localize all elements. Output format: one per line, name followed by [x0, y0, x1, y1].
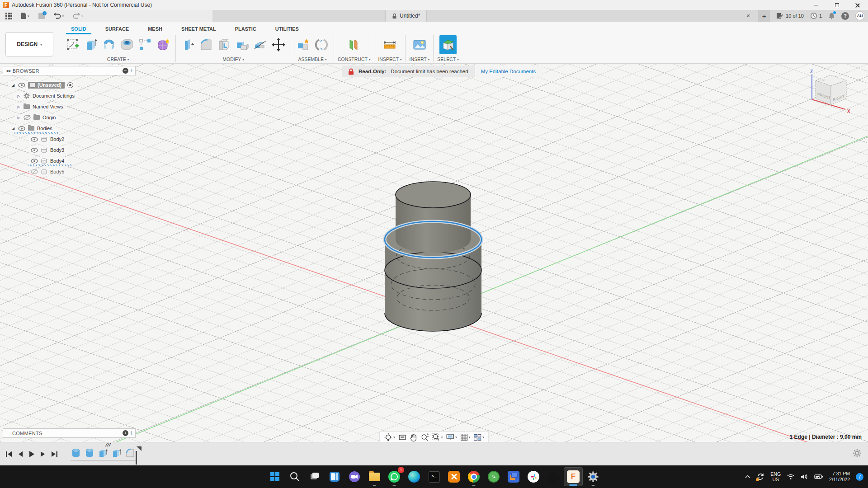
pan-button[interactable]: [410, 433, 417, 441]
settings-button[interactable]: [584, 467, 603, 486]
search-button[interactable]: [285, 467, 304, 486]
viewports-button[interactable]: ▾: [473, 434, 484, 441]
document-tab[interactable]: Untitled*: [385, 10, 427, 22]
battery-button[interactable]: [814, 474, 823, 479]
eye-off-icon[interactable]: [24, 115, 31, 120]
move-copy-button[interactable]: [270, 35, 287, 54]
combine-button[interactable]: [234, 35, 251, 54]
browser-header[interactable]: ◀◀ BROWSER − ‖: [3, 66, 136, 75]
look-at-button[interactable]: [398, 434, 406, 441]
view-cube[interactable]: Z X TOP FRONT RIGHT: [807, 68, 857, 118]
atom-button[interactable]: [484, 467, 503, 486]
tree-row-body5[interactable]: Body5: [3, 166, 136, 177]
editable-documents-linkbox[interactable]: My Editable Documents: [475, 66, 542, 77]
job-status-button[interactable]: 1: [810, 12, 822, 19]
press-pull-button[interactable]: [179, 35, 197, 54]
onedrive-sync-button[interactable]: [756, 473, 764, 481]
feature-extrude-2[interactable]: [111, 447, 122, 458]
fillet-button[interactable]: [198, 35, 215, 54]
assemble-dropdown[interactable]: ASSEMBLE▾: [298, 55, 326, 63]
modify-dropdown[interactable]: MODIFY▾: [222, 55, 244, 63]
tray-chevron-up[interactable]: [745, 475, 750, 479]
document-counter[interactable]: 10 of 10: [776, 13, 804, 19]
timeline-settings-button[interactable]: [853, 449, 862, 458]
measure-button[interactable]: [381, 35, 398, 54]
app-grid-button[interactable]: [5, 13, 12, 19]
create-dropdown[interactable]: CREATE▾: [107, 55, 129, 63]
chrome-button[interactable]: [464, 467, 483, 486]
play-button[interactable]: [28, 450, 35, 458]
activate-component-radio[interactable]: [67, 82, 73, 88]
feature-fillet[interactable]: [125, 447, 136, 458]
widgets-button[interactable]: [325, 467, 344, 486]
tab-sheet-metal[interactable]: SHEET METAL: [172, 26, 226, 34]
tree-row-body3[interactable]: Body3: [3, 145, 136, 155]
close-tab-button[interactable]: ×: [746, 12, 750, 19]
tab-utilities[interactable]: UTILITIES: [266, 26, 308, 34]
fit-button[interactable]: ▾: [432, 433, 443, 441]
select-dropdown[interactable]: SELECT▾: [437, 55, 458, 63]
viewport-canvas[interactable]: ◀◀ BROWSER − ‖ ◢ (Unsaved): [0, 64, 868, 442]
language-switcher[interactable]: ENG US: [770, 471, 781, 482]
fusion-360-taskbar-button[interactable]: F: [564, 467, 583, 486]
joint-button[interactable]: [313, 35, 330, 54]
construct-dropdown[interactable]: CONSTRUCT▾: [338, 55, 370, 63]
task-view-button[interactable]: [305, 467, 324, 486]
tree-row-body4[interactable]: Body4: [3, 155, 136, 166]
tab-plastic[interactable]: PLASTIC: [226, 26, 266, 34]
cube-app-button[interactable]: [504, 467, 523, 486]
create-sketch-button[interactable]: [64, 35, 81, 54]
tree-row-origin[interactable]: ▷ Origin: [3, 112, 136, 123]
panel-drag-handle[interactable]: ‖: [131, 68, 132, 73]
expander-collapsed-icon[interactable]: ▷: [16, 116, 21, 120]
edge-button[interactable]: [405, 467, 424, 486]
minimize-button[interactable]: [806, 0, 826, 10]
feature-cylinder-2[interactable]: [84, 447, 95, 458]
new-component-button[interactable]: [295, 35, 312, 54]
tree-row-document-settings[interactable]: ▷ Document Settings: [3, 90, 136, 101]
tree-row-body2[interactable]: Body2: [3, 134, 136, 145]
start-button[interactable]: [265, 467, 284, 486]
add-comment-button[interactable]: +: [123, 430, 128, 436]
tree-row-root[interactable]: ◢ (Unsaved): [3, 80, 136, 90]
revolve-button[interactable]: [100, 35, 118, 54]
go-to-end-button[interactable]: [51, 450, 58, 458]
timeline-marker[interactable]: [137, 446, 142, 465]
maximize-button[interactable]: [826, 0, 847, 10]
terminal-button[interactable]: >_: [425, 467, 443, 486]
feature-extrude-1[interactable]: [98, 447, 108, 458]
extrude-button[interactable]: [82, 35, 99, 54]
small-cylinder-top-face[interactable]: [396, 182, 471, 208]
help-button[interactable]: ?: [841, 12, 849, 20]
feature-cylinder-1[interactable]: [71, 447, 81, 458]
comments-header[interactable]: COMMENTS + ‖: [3, 428, 136, 438]
pattern-button[interactable]: [137, 35, 154, 54]
whatsapp-button[interactable]: 1: [385, 467, 404, 486]
notifications-button[interactable]: [828, 12, 835, 19]
meet-now-button[interactable]: [345, 467, 364, 486]
xampp-button[interactable]: [444, 467, 463, 486]
zoom-button[interactable]: [420, 433, 429, 441]
select-button[interactable]: [439, 35, 457, 54]
eye-icon[interactable]: [31, 137, 38, 142]
user-avatar[interactable]: AU: [855, 11, 864, 20]
volume-button[interactable]: [801, 474, 808, 480]
file-explorer-button[interactable]: [365, 467, 384, 486]
undo-button[interactable]: ▾: [54, 13, 64, 19]
editable-documents-link[interactable]: My Editable Documents: [481, 69, 536, 74]
panel-minus-button[interactable]: −: [123, 68, 128, 74]
orbit-button[interactable]: ▾: [384, 433, 395, 441]
root-document-chip[interactable]: (Unsaved): [28, 82, 65, 89]
eye-icon[interactable]: [18, 126, 25, 131]
shell-button[interactable]: [216, 35, 233, 54]
tree-row-named-views[interactable]: ▷ Named Views: [3, 101, 136, 112]
construct-plane-button[interactable]: [345, 35, 363, 54]
clock-tray[interactable]: 7:31 PM 2/11/2022: [829, 471, 850, 483]
save-button[interactable]: ↑: [38, 13, 45, 19]
go-to-start-button[interactable]: [5, 450, 13, 458]
redo-button[interactable]: ▾: [73, 13, 83, 19]
wifi-button[interactable]: [787, 474, 795, 480]
create-form-button[interactable]: [155, 35, 172, 54]
slack-button[interactable]: [524, 467, 543, 486]
insert-dropdown[interactable]: INSERT▾: [409, 55, 429, 63]
